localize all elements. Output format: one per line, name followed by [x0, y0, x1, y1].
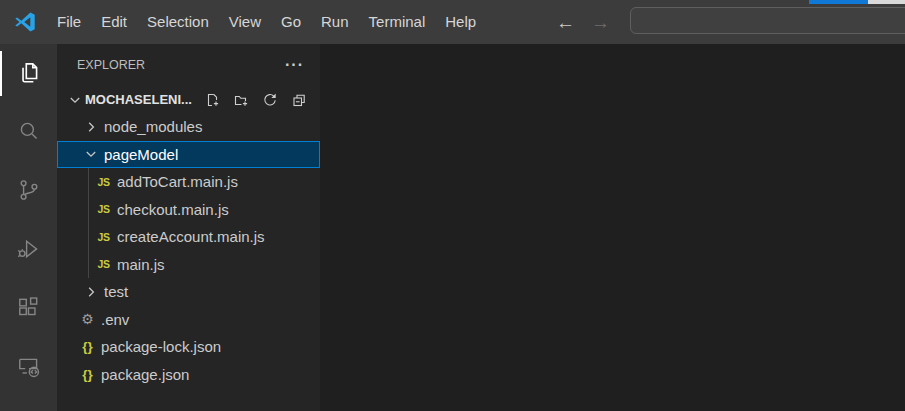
tree-item-test[interactable]: test [57, 278, 320, 306]
file-label: package-lock.json [101, 338, 221, 355]
menu-go[interactable]: Go [271, 0, 311, 44]
activity-bar [0, 44, 57, 411]
explorer-icon [16, 59, 42, 89]
vscode-window: FileEditSelectionViewGoRunTerminalHelp ←… [0, 0, 905, 411]
remote-explorer-icon [16, 354, 42, 384]
command-center-searchbox[interactable] [630, 7, 905, 34]
section-actions [204, 92, 320, 108]
file-label: createAccount.main.js [117, 228, 265, 245]
json-icon: {} [79, 339, 96, 354]
menu-run[interactable]: Run [311, 0, 359, 44]
activity-explorer[interactable] [0, 44, 57, 103]
chevron-down-icon[interactable] [67, 92, 83, 108]
tree-item-.env[interactable]: ⚙.env [57, 306, 320, 334]
tree-item-checkout.main.js[interactable]: JScheckout.main.js [57, 196, 320, 224]
explorer-title: EXPLORER [77, 58, 145, 72]
menu-view[interactable]: View [219, 0, 271, 44]
folder-label: pageModel [104, 146, 178, 163]
menu-help[interactable]: Help [435, 0, 486, 44]
vscode-logo [13, 10, 37, 34]
file-label: checkout.main.js [117, 201, 229, 218]
tree-item-package.json[interactable]: {}package.json [57, 361, 320, 389]
refresh-icon[interactable] [262, 92, 278, 108]
extensions-icon [16, 295, 42, 325]
sidebar-header: EXPLORER ··· [57, 44, 320, 86]
chevron-down-icon[interactable] [83, 146, 99, 162]
tree-item-package-lock.json[interactable]: {}package-lock.json [57, 333, 320, 361]
file-label: addToCart.main.js [117, 173, 238, 190]
back-arrow[interactable]: ← [556, 13, 575, 32]
chevron-right-icon[interactable] [83, 284, 99, 300]
menu-terminal[interactable]: Terminal [359, 0, 436, 44]
top-progress-strip-gray [868, 0, 905, 4]
search-icon [16, 118, 42, 148]
more-actions-button[interactable]: ··· [285, 60, 304, 70]
collapse-all-icon[interactable] [291, 92, 307, 108]
activity-source-control[interactable] [0, 162, 57, 221]
title-bar: FileEditSelectionViewGoRunTerminalHelp ←… [0, 0, 905, 44]
js-icon: JS [95, 176, 112, 188]
top-progress-strip-blue [809, 0, 868, 4]
tree-item-main.js[interactable]: JSmain.js [57, 251, 320, 279]
tree-item-node_modules[interactable]: node_modules [57, 113, 320, 141]
file-tree: node_modulespageModelJSaddToCart.main.js… [57, 113, 320, 388]
tree-item-pageModel[interactable]: pageModel [57, 141, 320, 169]
menu-selection[interactable]: Selection [137, 0, 219, 44]
new-folder-icon[interactable] [233, 92, 249, 108]
new-file-icon[interactable] [204, 92, 220, 108]
workspace-name: MOCHASELENI... [85, 92, 192, 107]
activity-remote-explorer[interactable] [0, 339, 57, 398]
forward-arrow[interactable]: → [591, 13, 610, 32]
run-and-debug-icon [16, 236, 42, 266]
js-icon: JS [95, 258, 112, 270]
gear-icon: ⚙ [79, 311, 96, 327]
history-nav: ← → [556, 0, 610, 44]
js-icon: JS [95, 203, 112, 215]
indent-guide [88, 168, 89, 278]
file-label: .env [101, 311, 129, 328]
activity-extensions[interactable] [0, 280, 57, 339]
folder-label: test [104, 283, 128, 300]
file-label: package.json [101, 366, 189, 383]
menu-edit[interactable]: Edit [91, 0, 137, 44]
folder-label: node_modules [104, 118, 202, 135]
chevron-right-icon[interactable] [83, 119, 99, 135]
tree-item-addToCart.main.js[interactable]: JSaddToCart.main.js [57, 168, 320, 196]
workspace-section-header[interactable]: MOCHASELENI... [57, 86, 320, 113]
activity-run-and-debug[interactable] [0, 221, 57, 280]
source-control-icon [16, 177, 42, 207]
tree-item-createAccount.main.js[interactable]: JScreateAccount.main.js [57, 223, 320, 251]
js-icon: JS [95, 231, 112, 243]
json-icon: {} [79, 367, 96, 382]
menu-file[interactable]: File [47, 0, 91, 44]
editor-area[interactable] [320, 44, 905, 411]
explorer-sidebar: EXPLORER ··· MOCHASELENI... node_modules… [57, 44, 320, 411]
file-label: main.js [117, 256, 165, 273]
activity-search[interactable] [0, 103, 57, 162]
menu-bar: FileEditSelectionViewGoRunTerminalHelp [47, 0, 486, 44]
